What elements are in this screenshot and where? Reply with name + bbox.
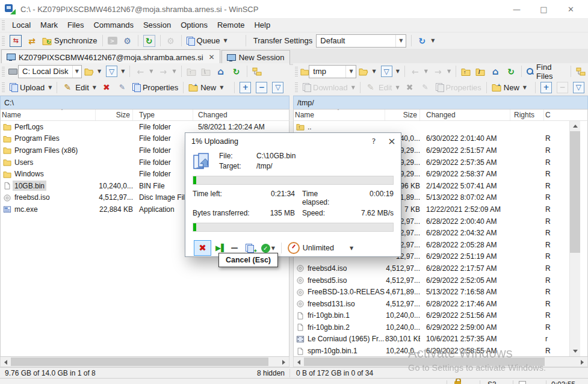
left-open-directory-button[interactable]: ▼	[82, 64, 104, 79]
column-header-type[interactable]: Type	[133, 110, 193, 120]
left-root-directory-button[interactable]: \	[199, 64, 213, 79]
file-row[interactable]: freebsd4.iso4,512,97...6/28/2022 2:17:57…	[294, 262, 587, 274]
left-edit-button[interactable]: ✎ Edit ▼	[60, 80, 99, 94]
find-files-button[interactable]: Find Files	[524, 64, 568, 79]
menu-item-options[interactable]: Options	[176, 20, 212, 29]
help-button[interactable]: ?	[365, 133, 383, 149]
minimize-button[interactable]: —	[503, 1, 530, 17]
download-button[interactable]: Download ▼	[300, 80, 357, 94]
left-select-button[interactable]: +	[237, 80, 253, 94]
cancel-transfer-button[interactable]: ✖	[194, 240, 211, 256]
left-parent-directory-button[interactable]: ↑	[184, 64, 199, 79]
left-tree-button[interactable]	[250, 64, 264, 79]
left-delete-button[interactable]: ✖	[99, 80, 114, 94]
left-back-button[interactable]: ←▼	[132, 64, 155, 79]
transfer-settings-select[interactable]: Default ▼	[316, 34, 406, 48]
right-root-directory-button[interactable]: /	[473, 64, 487, 79]
toolbar-grip[interactable]	[295, 82, 298, 92]
left-refresh-button[interactable]: ↻	[229, 64, 244, 79]
right-horizontal-scrollbar[interactable]	[293, 357, 588, 367]
refresh-panels-button[interactable]: ↻	[141, 34, 158, 48]
right-path-bar[interactable]: /tmp/	[293, 96, 588, 109]
column-header-size[interactable]: Size	[385, 110, 420, 120]
menu-item-session[interactable]: Session	[138, 20, 176, 29]
new-session-tab[interactable]: New Session	[221, 50, 290, 64]
right-tree-button[interactable]	[574, 64, 588, 79]
menu-item-mark[interactable]: Mark	[36, 20, 63, 29]
file-row[interactable]: PerfLogsFile folder5/8/2021 1:20:24 AM	[1, 121, 289, 133]
file-name: 10GB.bin	[13, 181, 46, 191]
right-invert-selection-button[interactable]: ▽	[571, 80, 587, 94]
toolbar-grip[interactable]	[2, 67, 5, 76]
session-tab-label: KZ079PIXSCBMW4612N67@moja.shramba.arnes.…	[19, 53, 203, 62]
right-directory-select[interactable]: tmp ▼	[309, 65, 356, 78]
right-filter-button[interactable]: ▽▼	[379, 64, 402, 79]
toggle-panels-button[interactable]: ⇆	[7, 34, 24, 48]
right-properties-button[interactable]: Properties	[433, 80, 484, 94]
toolbar-grip[interactable]	[2, 82, 5, 92]
toolbar-grip[interactable]	[2, 36, 5, 46]
left-horizontal-scrollbar[interactable]	[0, 357, 289, 367]
left-filter-button[interactable]: ▽▼	[104, 64, 127, 79]
menu-item-help[interactable]: Help	[249, 20, 275, 29]
left-unselect-button[interactable]: −	[253, 80, 270, 94]
right-home-button[interactable]: ⌂	[487, 64, 503, 79]
right-open-directory-button[interactable]: ▼	[356, 64, 378, 79]
column-header-changed[interactable]: Changed	[420, 110, 510, 120]
left-properties-button[interactable]: Properties	[130, 80, 181, 94]
file-value: C:\10GB.bin	[256, 152, 394, 160]
left-forward-button[interactable]: →▼	[155, 64, 178, 79]
right-parent-directory-button[interactable]: ↑	[459, 64, 473, 79]
left-drive-select[interactable]: C: Local Disk ▼	[18, 65, 82, 78]
console-button[interactable]: >	[105, 34, 120, 48]
file-row[interactable]: freebsd5.iso4,512,97...6/29/2022 2:52:05…	[294, 274, 587, 286]
menu-item-remote[interactable]: Remote	[212, 20, 250, 29]
close-button[interactable]: ✕	[557, 1, 584, 17]
file-row[interactable]: Le Corniaud (1965) Fr...830,101 KB10/6/2…	[294, 333, 587, 345]
right-delete-button[interactable]: ✖	[402, 80, 418, 94]
column-header-owner[interactable]: C	[544, 110, 587, 120]
file-row[interactable]: fri-10gb.bin.210,240,0...6/29/2022 2:59:…	[294, 321, 587, 333]
maximize-button[interactable]: □	[530, 1, 557, 17]
menu-item-files[interactable]: Files	[63, 20, 88, 29]
left-home-button[interactable]: ⌂	[213, 64, 229, 79]
speed-limit-button[interactable]: Unlimited ▼	[288, 241, 353, 255]
right-forward-button[interactable]: →▼	[430, 64, 453, 79]
right-select-button[interactable]: +	[538, 80, 554, 94]
file-row[interactable]: freebsd131.iso4,512,97...6/28/2022 2:17:…	[294, 298, 587, 310]
right-unselect-button[interactable]: −	[554, 80, 571, 94]
right-back-button[interactable]: ←▼	[407, 64, 430, 79]
transfer-preset-button[interactable]: ↻▼	[414, 34, 437, 48]
file-row[interactable]: ↑..	[294, 121, 587, 133]
left-rename-button[interactable]: ✎	[114, 80, 130, 94]
menu-item-local[interactable]: Local	[7, 20, 36, 29]
column-header-name[interactable]: Name	[1, 110, 96, 120]
file-row[interactable]: fri-10gb.bin.110,240,0...6/29/2022 2:51:…	[294, 310, 587, 322]
left-invert-selection-button[interactable]: ▽	[270, 80, 286, 94]
column-header-changed[interactable]: Changed	[193, 110, 289, 120]
right-new-button[interactable]: + New ▼	[489, 80, 529, 94]
toolbar-grip[interactable]	[2, 20, 5, 30]
column-header-name[interactable]: Name	[294, 110, 385, 120]
synchronize-browsing-button[interactable]: ⇄	[24, 34, 40, 48]
file-row[interactable]: spm-10gb.bin.110,240,0...6/29/2022 2:58:…	[294, 345, 587, 357]
right-vertical-scrollbar[interactable]	[569, 121, 580, 356]
settings-button[interactable]: ⚙	[163, 34, 179, 48]
toolbar-grip[interactable]	[295, 67, 298, 76]
dialog-close-button[interactable]: ×	[383, 133, 401, 149]
preferences-button[interactable]: ⚙	[120, 34, 135, 48]
upload-button[interactable]: Upload ▼	[7, 80, 54, 94]
queue-button[interactable]: Queue ▼	[184, 34, 230, 48]
right-rename-button[interactable]: ✎	[418, 80, 433, 94]
right-refresh-button[interactable]: ↻	[503, 64, 519, 79]
column-header-size[interactable]: Size	[96, 110, 133, 120]
menu-item-commands[interactable]: Commands	[88, 20, 138, 29]
synchronize-button[interactable]: ↻ Synchronize	[40, 34, 100, 48]
session-tab-active[interactable]: KZ079PIXSCBMW4612N67@moja.shramba.arnes.…	[1, 49, 220, 64]
left-new-button[interactable]: + New ▼	[186, 80, 226, 94]
close-tab-icon[interactable]: ✕	[209, 53, 215, 61]
column-header-rights[interactable]: Rights	[510, 110, 544, 120]
right-edit-button[interactable]: ✎ Edit ▼	[363, 80, 402, 94]
left-path-bar[interactable]: C:\	[0, 96, 289, 109]
file-row[interactable]: FreeBSD-13.0-RELEAS...4,671,89...5/13/20…	[294, 286, 587, 298]
